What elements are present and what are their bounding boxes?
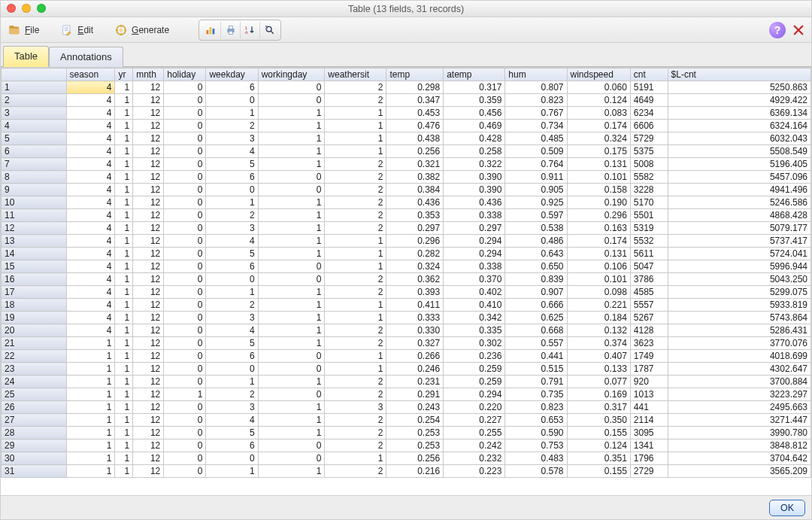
cell[interactable]: 1 <box>66 439 115 452</box>
cell[interactable]: 0.578 <box>505 465 567 478</box>
cell[interactable]: 1796 <box>630 452 668 465</box>
cell[interactable]: 0.370 <box>444 273 505 286</box>
cell[interactable]: 3770.076 <box>668 337 810 350</box>
cell[interactable]: 0.653 <box>505 414 567 427</box>
cell[interactable]: 0 <box>258 171 325 184</box>
cell[interactable]: 5047 <box>630 260 668 273</box>
cell[interactable]: 0 <box>258 350 325 363</box>
cell[interactable]: 1 <box>206 107 258 120</box>
cell[interactable]: 12 <box>133 439 164 452</box>
cell[interactable]: 0.174 <box>567 235 630 248</box>
cell[interactable]: 0.190 <box>567 196 630 209</box>
cell[interactable]: 0 <box>164 350 206 363</box>
cell[interactable]: 0 <box>258 388 325 401</box>
cell[interactable]: 1 <box>115 465 133 478</box>
cell[interactable]: 0.298 <box>386 81 444 94</box>
cell[interactable]: 12 <box>133 107 164 120</box>
table-row[interactable]: 21111205120.3270.3020.5570.37436233770.0… <box>2 337 811 350</box>
row-header[interactable]: 18 <box>2 299 67 312</box>
cell[interactable]: 0 <box>206 452 258 465</box>
cell[interactable]: 1 <box>325 350 386 363</box>
cell[interactable]: 12 <box>133 120 164 132</box>
cell[interactable]: 1 <box>115 145 133 158</box>
cell[interactable]: 12 <box>133 350 164 363</box>
row-header[interactable]: 12 <box>2 222 67 235</box>
cell[interactable]: 0.106 <box>567 260 630 273</box>
row-header[interactable]: 21 <box>2 337 67 350</box>
cell[interactable]: 12 <box>133 145 164 158</box>
row-header[interactable]: 23 <box>2 363 67 376</box>
cell[interactable]: 6606 <box>630 120 668 132</box>
cell[interactable]: 6 <box>206 260 258 273</box>
cell[interactable]: 0.294 <box>444 235 505 248</box>
cell[interactable]: 2114 <box>630 414 668 427</box>
cell[interactable]: 5457.096 <box>668 171 810 184</box>
table-row[interactable]: 12411203120.2970.2970.5380.16353195079.1… <box>2 222 811 235</box>
cell[interactable]: 0.223 <box>444 465 505 478</box>
cell[interactable]: 0 <box>206 94 258 107</box>
cell[interactable]: 0 <box>164 209 206 222</box>
cell[interactable]: 0.590 <box>505 427 567 439</box>
cell[interactable]: 0.353 <box>386 209 444 222</box>
cell[interactable]: 1 <box>115 209 133 222</box>
cell[interactable]: 1 <box>325 299 386 312</box>
col-weekday[interactable]: weekday <box>206 68 258 81</box>
cell[interactable]: 3704.642 <box>668 452 810 465</box>
cell[interactable]: 0.764 <box>505 158 567 171</box>
cell[interactable]: 4 <box>66 145 115 158</box>
cell[interactable]: 0 <box>164 452 206 465</box>
cell[interactable]: 2 <box>325 376 386 388</box>
cell[interactable]: 0.650 <box>505 260 567 273</box>
cell[interactable]: 1 <box>164 388 206 401</box>
cell[interactable]: 12 <box>133 260 164 273</box>
cell[interactable]: 12 <box>133 427 164 439</box>
cell[interactable]: 12 <box>133 286 164 299</box>
zoom-window-button[interactable] <box>37 4 46 13</box>
menu-generate[interactable]: Generate <box>112 21 171 39</box>
cell[interactable]: 12 <box>133 196 164 209</box>
cell[interactable]: 0.221 <box>567 299 630 312</box>
cell[interactable]: 4 <box>66 196 115 209</box>
cell[interactable]: 2 <box>325 171 386 184</box>
col-season[interactable]: season <box>66 68 115 81</box>
cell[interactable]: 5299.075 <box>668 286 810 299</box>
cell[interactable]: 1 <box>115 171 133 184</box>
cell[interactable]: 1 <box>115 337 133 350</box>
cell[interactable]: 12 <box>133 94 164 107</box>
cell[interactable]: 0.390 <box>444 171 505 184</box>
cell[interactable]: 1 <box>258 209 325 222</box>
cell[interactable]: 4 <box>66 286 115 299</box>
cell[interactable]: 0.333 <box>386 312 444 324</box>
table-row[interactable]: 1411206020.2980.3170.8070.06051915250.86… <box>2 81 811 94</box>
cell[interactable]: 3271.447 <box>668 414 810 427</box>
cell[interactable]: 0.101 <box>567 273 630 286</box>
table-row[interactable]: 7411205120.3210.3220.7640.13150085196.40… <box>2 158 811 171</box>
cell[interactable]: 0 <box>164 414 206 427</box>
cell[interactable]: 1 <box>258 324 325 337</box>
cell[interactable]: 0.297 <box>386 222 444 235</box>
row-header[interactable]: 15 <box>2 260 67 273</box>
close-window-button[interactable] <box>7 4 16 13</box>
cell[interactable]: 0.297 <box>444 222 505 235</box>
cell[interactable]: 6369.134 <box>668 107 810 120</box>
cell[interactable]: 1 <box>115 248 133 260</box>
cell[interactable]: 0.253 <box>386 439 444 452</box>
cell[interactable]: 0 <box>164 465 206 478</box>
row-header[interactable]: 25 <box>2 388 67 401</box>
cell[interactable]: 1 <box>115 324 133 337</box>
cell[interactable]: 0.155 <box>567 427 630 439</box>
col-hum[interactable]: hum <box>505 68 567 81</box>
cell[interactable]: 2 <box>325 184 386 196</box>
cell[interactable]: 0.456 <box>444 107 505 120</box>
col-holiday[interactable]: holiday <box>164 68 206 81</box>
cell[interactable]: 1 <box>115 312 133 324</box>
cell[interactable]: 1 <box>66 350 115 363</box>
cell[interactable]: 2 <box>325 209 386 222</box>
cell[interactable]: 12 <box>133 171 164 184</box>
cell[interactable]: 0.322 <box>444 158 505 171</box>
cell[interactable]: 1 <box>325 107 386 120</box>
cell[interactable]: 1 <box>115 363 133 376</box>
cell[interactable]: 0.330 <box>386 324 444 337</box>
cell[interactable]: 6324.164 <box>668 120 810 132</box>
cell[interactable]: 0.436 <box>444 196 505 209</box>
